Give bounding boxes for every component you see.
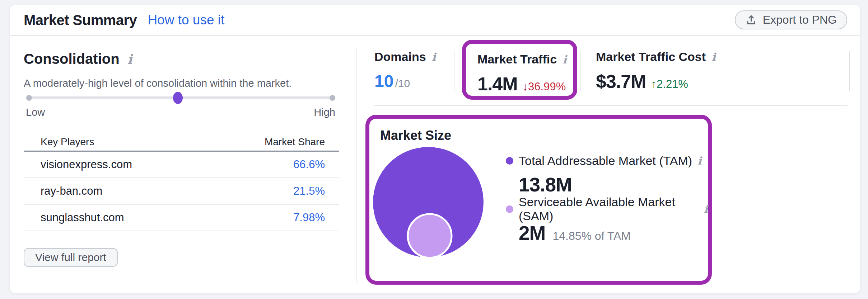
tam-bullet-icon (506, 157, 513, 165)
market-traffic-cost-delta: ↑2.21% (651, 78, 688, 91)
column-divider (356, 48, 357, 283)
consolidation-title: Consolidation (24, 51, 120, 67)
export-to-png-button[interactable]: Export to PNG (735, 10, 847, 29)
sam-bubble (408, 214, 452, 258)
slider-end-dot-high (330, 95, 335, 101)
info-icon[interactable]: i (563, 53, 567, 66)
market-share-column-header: Market Share (265, 136, 325, 148)
stat-divider (454, 51, 454, 91)
info-icon[interactable]: i (711, 51, 716, 63)
view-full-report-button[interactable]: View full report (24, 248, 118, 267)
market-traffic-delta: ↓36.99% (523, 80, 566, 93)
info-icon[interactable]: i (697, 155, 701, 167)
info-icon[interactable]: i (704, 203, 708, 215)
info-icon[interactable]: i (432, 51, 436, 63)
sam-bullet-icon (506, 205, 513, 213)
slider-high-label: High (314, 106, 335, 118)
table-row: visionexpress.com 66.6% (24, 152, 339, 178)
market-share-value[interactable]: 7.98% (293, 211, 325, 224)
info-icon[interactable]: i (127, 52, 132, 67)
slider-end-dot-low (26, 95, 32, 101)
consolidation-description: A moderately-high level of consolidation… (24, 77, 291, 89)
key-players-table: Key Players Market Share visionexpress.c… (24, 133, 339, 231)
market-traffic-cost-label: Market Traffic Cost (596, 49, 706, 64)
market-share-value[interactable]: 66.6% (293, 158, 325, 171)
how-to-use-link[interactable]: How to use it (148, 13, 224, 28)
market-traffic-stat-highlighted: Market Traffic i 1.4M ↓36.99% (462, 40, 577, 100)
domains-label: Domains (374, 49, 426, 64)
domains-value: 10 (374, 71, 393, 91)
market-traffic-cost-stat: Market Traffic Cost i $3.7M ↑2.21% (596, 49, 716, 91)
sam-legend: Serviceable Available Market (SAM) i 2M … (506, 201, 708, 245)
sam-percent-of-tam: 14.85% of TAM (552, 229, 631, 243)
player-domain: ray-ban.com (41, 185, 102, 198)
market-traffic-cost-value: $3.7M (596, 71, 646, 91)
slider-low-label: Low (26, 106, 45, 118)
stat-divider (580, 51, 581, 91)
slider-labels: Low High (26, 106, 335, 118)
export-button-label: Export to PNG (763, 13, 837, 27)
page-title: Market Summary (24, 12, 137, 28)
table-row: ray-ban.com 21.5% (24, 178, 339, 205)
export-icon (745, 14, 757, 26)
table-header-row: Key Players Market Share (24, 133, 339, 152)
consolidation-slider[interactable] (27, 91, 335, 104)
card-header: Market Summary How to use it (24, 5, 224, 35)
slider-thumb[interactable] (173, 92, 183, 104)
player-domain: visionexpress.com (41, 158, 132, 171)
consolidation-header: Consolidation i (24, 51, 132, 67)
market-size-section-highlighted: Market Size Total Addressable Market (TA… (365, 115, 712, 285)
stat-divider (849, 51, 850, 91)
sam-label: Serviceable Available Market (SAM) (519, 195, 699, 223)
key-players-column-header: Key Players (41, 136, 94, 148)
tam-value: 13.8M (519, 173, 572, 196)
domains-stat: Domains i 10 /10 (374, 49, 436, 91)
stats-row-divider (374, 105, 848, 106)
domains-total: /10 (395, 77, 410, 90)
tam-legend: Total Addressable Market (TAM) i 13.8M (506, 153, 702, 196)
player-domain: sunglasshut.com (41, 211, 124, 224)
market-share-value[interactable]: 21.5% (293, 185, 325, 198)
header-divider (10, 35, 860, 36)
sam-value: 2M (519, 222, 545, 245)
tam-label: Total Addressable Market (TAM) (519, 154, 692, 168)
market-traffic-label: Market Traffic (477, 52, 557, 66)
table-row: sunglasshut.com 7.98% (24, 205, 339, 231)
market-traffic-value: 1.4M (477, 74, 518, 94)
market-summary-card: Market Summary How to use it Export to P… (10, 5, 860, 293)
